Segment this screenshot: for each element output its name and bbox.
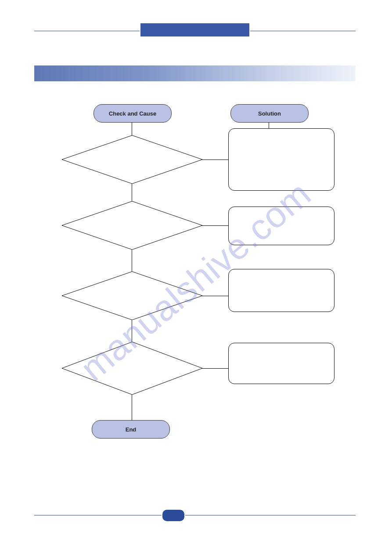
process-4: [228, 343, 334, 384]
header-rule-right: [250, 31, 356, 31]
page-number-pill: [162, 510, 184, 521]
connector-vertical: [132, 395, 132, 420]
connector-horizontal: [202, 296, 228, 296]
decision-1: [62, 135, 202, 184]
process-2: [228, 207, 334, 245]
section-gradient-bar: [34, 65, 356, 81]
decision-3: [62, 272, 202, 320]
footer-rule-left: [34, 515, 162, 515]
footer-rule-right: [185, 515, 356, 515]
terminator-end-label: End: [126, 426, 137, 433]
connector-vertical: [132, 184, 132, 202]
svg-marker-1: [62, 201, 202, 250]
decision-4: [62, 342, 202, 395]
decision-2: [62, 201, 202, 250]
connector-vertical: [132, 320, 132, 343]
svg-marker-3: [62, 342, 202, 395]
terminator-end: End: [92, 420, 170, 439]
terminator-check-and-cause-label: Check and Cause: [109, 110, 156, 117]
process-1: [228, 128, 334, 191]
process-3: [228, 269, 334, 312]
page-root: Check and Cause Solution End manualshive…: [0, 0, 392, 555]
terminator-check-and-cause: Check and Cause: [94, 104, 172, 123]
connector-horizontal: [202, 160, 228, 160]
connector-horizontal: [202, 368, 228, 369]
terminator-solution: Solution: [230, 104, 309, 123]
connector-horizontal: [202, 225, 228, 226]
connector-vertical: [132, 122, 132, 135]
header-rule-left: [34, 31, 140, 31]
svg-marker-0: [62, 135, 202, 184]
svg-marker-2: [62, 272, 202, 320]
terminator-solution-label: Solution: [258, 110, 281, 117]
connector-vertical: [132, 250, 132, 272]
connector-vertical: [269, 122, 269, 128]
header-center-block: [140, 23, 249, 36]
